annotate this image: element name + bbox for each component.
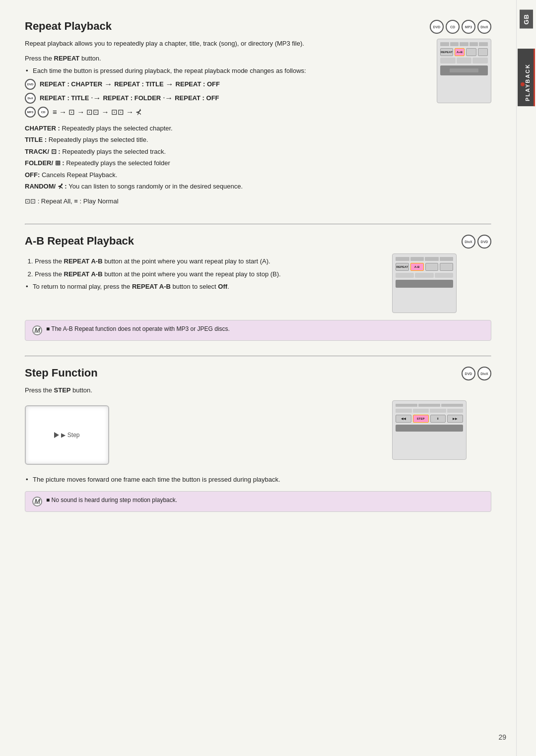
ab-remote-image: REPEAT A-B	[392, 253, 457, 313]
ab-disc-icons: DivX DVD	[462, 235, 491, 249]
divx-arrow-1: ᐧ→	[91, 93, 101, 103]
step-divx-icon: DivX	[477, 367, 491, 380]
dvd-arrow-2: →	[166, 80, 174, 89]
ab-btn-d	[440, 263, 453, 271]
def-off-term: OFF:	[25, 171, 42, 179]
divx-repeat-off: REPEAT : OFF	[175, 94, 219, 102]
section-divider-1	[25, 224, 491, 225]
dvd-arrow-1: →	[104, 80, 112, 89]
ab-bullet-list: To return to normal play, press the REPE…	[25, 282, 377, 292]
ab-dvd-icon: DVD	[477, 235, 491, 249]
step-remote-image: ◀◀ STEP ⏸ ▶▶	[392, 400, 467, 460]
ab-repeat-section: A-B Repeat Playback DivX DVD Press the R…	[25, 235, 491, 341]
dm1	[440, 58, 456, 63]
dvd-flow-diagram: DVD REPEAT : CHAPTER → REPEAT : TITLE → …	[25, 79, 427, 90]
abm3	[435, 273, 453, 278]
ab-step-2: Press the REPEAT A-B button at the point…	[35, 269, 377, 279]
playback-label: PLAYBACK	[525, 63, 531, 101]
repeat-playback-header: Repeat Playback DVD CD MP3 DivX	[25, 20, 491, 34]
step-screen-display: ▶ Step	[25, 405, 109, 465]
divx-repeat-folder: REPEAT : FOLDER	[103, 94, 161, 102]
ab-step-1: Press the REPEAT A-B button at the point…	[35, 256, 377, 266]
right-sidebar: GB PLAYBACK	[516, 0, 536, 756]
play-normal-text: : Play Normal	[80, 197, 119, 205]
repeat-instruction-bold: REPEAT	[54, 55, 80, 62]
device-grid-top	[440, 42, 488, 46]
repeat-bullet-1: Each time the button is pressed during p…	[25, 66, 427, 76]
step-bullet-1: The picture moves forward one frame each…	[25, 475, 491, 485]
definitions-list: CHAPTER : Repeatedly plays the selected …	[25, 124, 427, 191]
divx-repeat-title: REPEAT : TITLE	[40, 94, 89, 102]
mp3cd-flow-text: ≡ → ⊡ → ⊡⊡ → ⊡⊡ → ⊀	[53, 108, 142, 117]
std1	[396, 404, 417, 407]
step-note-box: M ■ No sound is heard during step motion…	[25, 491, 491, 512]
ab-col-right: REPEAT A-B	[392, 253, 491, 313]
step-function-title: Step Function	[25, 367, 98, 379]
def-chapter-term: CHAPTER :	[25, 125, 62, 132]
step-function-header: Step Function DVD DivX	[25, 367, 491, 380]
d1	[440, 42, 449, 46]
play-normal-symbol: ≡	[74, 197, 79, 205]
step-dvd-icon: DVD	[462, 367, 475, 380]
repeat-btn-hl: A+B	[455, 48, 465, 56]
d3	[460, 42, 469, 46]
divx-icon: DivX	[477, 20, 491, 34]
def-title-desc: Repeatedly plays the selected title.	[49, 136, 148, 143]
abd4	[440, 257, 454, 261]
step-screen-text: ▶ Step	[61, 432, 79, 439]
ab-bold-3: REPEAT A-B	[132, 283, 171, 290]
device-bar	[440, 65, 488, 75]
def-folder: FOLDER/ ⊞ : Repeatedly plays the selecte…	[25, 158, 427, 168]
repeat-all-symbol: ⊡⊡	[25, 197, 38, 205]
ab-note-box: M ■ The A-B Repeat function does not ope…	[25, 320, 491, 341]
ab-steps-list: Press the REPEAT A-B button at the point…	[25, 256, 377, 279]
step-screen-inner: ▶ Step	[54, 432, 79, 439]
dm3	[472, 58, 488, 63]
step-inst-post: button.	[71, 386, 92, 394]
divx-flow-diagram: DivX REPEAT : TITLE ᐧ→ REPEAT : FOLDER ᐧ…	[25, 93, 427, 104]
divx-arrow-2: ᐧ→	[163, 93, 173, 103]
play-icon	[54, 432, 59, 438]
ab-device-grid	[396, 257, 453, 261]
repeat-instruction: Press the REPEAT button.	[25, 54, 427, 63]
step-btn-hl: STEP	[413, 415, 429, 423]
std3	[441, 404, 463, 407]
device-middle	[440, 58, 488, 63]
step-note-text: ■ No sound is heard during step motion p…	[46, 497, 177, 504]
section-divider-2	[25, 356, 491, 357]
ab-btn-hl: A-B	[410, 263, 424, 271]
ab-device-bar	[396, 280, 453, 288]
def-random-term: RANDOM/ ⊀ :	[25, 183, 68, 190]
repeat-instruction-pre: Press the	[25, 55, 54, 62]
repeat-playback-title: Repeat Playback	[25, 20, 112, 33]
mp3cd-flow-diagram: MP3 CD ≡ → ⊡ → ⊡⊡ → ⊡⊡ → ⊀	[25, 107, 427, 118]
repeat-all-text: : Repeat All,	[38, 197, 74, 205]
step-device-top	[396, 404, 463, 407]
stm4	[447, 409, 464, 413]
abm2	[415, 273, 433, 278]
repeat-title-label: REPEAT : TITLE	[114, 80, 163, 88]
ab-bold-2: REPEAT A-B	[64, 270, 103, 278]
abd2	[410, 257, 424, 261]
cd-small-disc2: CD	[38, 107, 49, 118]
repeat-text-area: Repeat playback allows you to repeatedly…	[25, 39, 427, 209]
ab-bold-1: REPEAT A-B	[64, 257, 103, 265]
def-track-term: TRACK/ ⊡ :	[25, 148, 62, 155]
divx-small-disc: DivX	[25, 93, 36, 104]
def-folder-term: FOLDER/ ⊞ :	[25, 159, 66, 167]
def-folder-desc: Repeatedly plays the selected folder	[66, 159, 170, 167]
playback-sidebar-label: PLAYBACK	[518, 49, 535, 106]
def-track-desc: Repeatedly plays the selected track.	[62, 148, 166, 155]
repeat-intro: Repeat playback allows you to repeatedly…	[25, 39, 427, 49]
dvd-icon: DVD	[430, 20, 444, 34]
std2	[418, 404, 440, 407]
remote-top-buttons: REPEAT A+B	[440, 48, 488, 56]
d2	[450, 42, 459, 46]
note-repeat-all: ⊡⊡ : Repeat All, ≡ : Play Normal	[25, 196, 427, 206]
step-device-bar	[396, 425, 463, 432]
def-off: OFF: Cancels Repeat Playback.	[25, 170, 427, 180]
step-function-section: Step Function DVD DivX Press the STEP bu…	[25, 367, 491, 512]
step-next-btn: ▶▶	[447, 415, 463, 423]
step-note-icon: M	[32, 497, 42, 506]
step-btn-row: ◀◀ STEP ⏸ ▶▶	[396, 415, 463, 423]
